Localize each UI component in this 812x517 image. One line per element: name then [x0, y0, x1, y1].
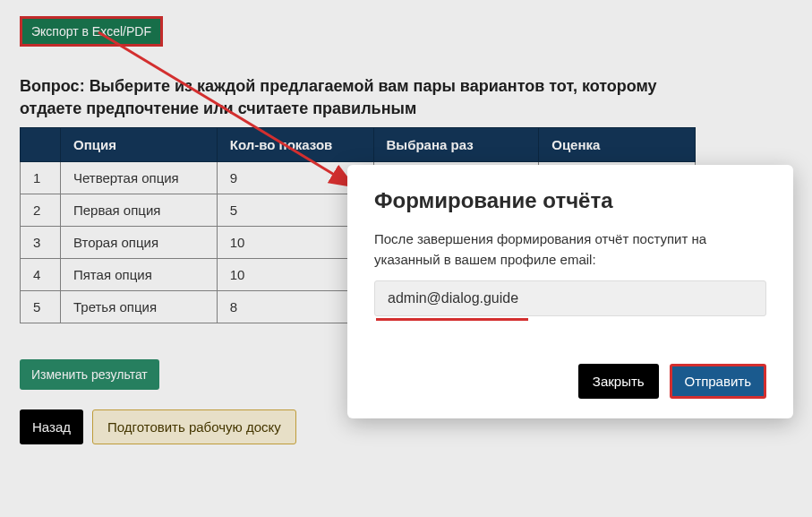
cell-index: 4 [21, 259, 61, 291]
cell-option: Первая опция [60, 194, 217, 227]
cell-index: 2 [21, 194, 61, 227]
cell-index: 5 [21, 291, 61, 323]
col-header-score: Оценка [539, 128, 696, 162]
cell-option: Третья опция [60, 291, 217, 323]
prepare-board-button[interactable]: Подготовить рабочую доску [92, 409, 296, 444]
modal-description: После завершения формирования отчёт пост… [374, 229, 766, 270]
cell-option: Пятая опция [60, 259, 217, 291]
modal-actions: Закрыть Отправить [374, 364, 766, 399]
cell-index: 1 [21, 162, 61, 194]
col-header-shows: Кол-во показов [217, 128, 373, 162]
col-header-index [21, 128, 61, 162]
submit-button[interactable]: Отправить [670, 364, 766, 399]
email-field[interactable] [374, 280, 766, 316]
col-header-option: Опция [60, 128, 217, 162]
annotation-underline [376, 318, 528, 321]
export-button[interactable]: Экспорт в Excel/PDF [20, 16, 163, 47]
modal-title: Формирование отчёта [374, 188, 766, 213]
col-header-chosen: Выбрана раз [373, 128, 539, 162]
close-button[interactable]: Закрыть [578, 364, 659, 399]
back-button[interactable]: Назад [20, 409, 83, 444]
cell-option: Вторая опция [60, 227, 217, 259]
table-header-row: Опция Кол-во показов Выбрана раз Оценка [21, 128, 696, 162]
report-modal: Формирование отчёта После завершения фор… [347, 165, 793, 418]
cell-index: 3 [21, 227, 61, 259]
question-text: Вопрос: Выберите из каждой предлагаемой … [20, 75, 664, 120]
cell-option: Четвертая опция [60, 162, 217, 194]
change-result-button[interactable]: Изменить результат [20, 359, 159, 390]
